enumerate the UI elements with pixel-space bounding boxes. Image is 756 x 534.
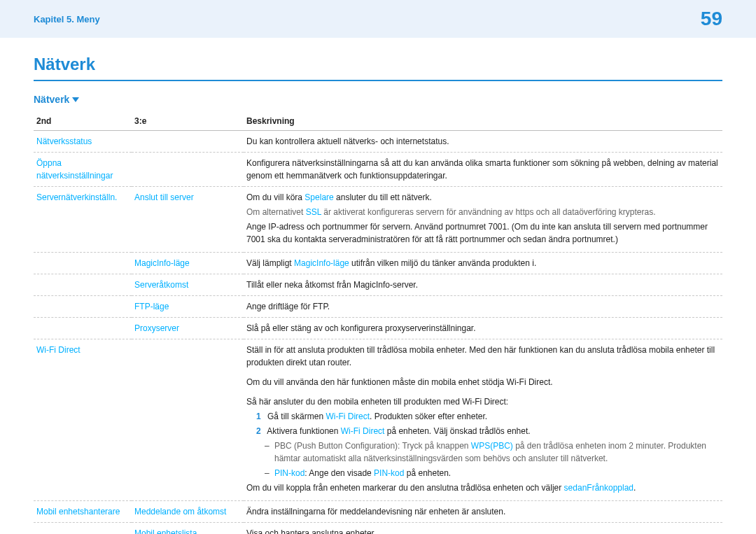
text: Om du vill köra — [246, 192, 304, 202]
sub-pin: PIN-kod: Ange den visade PIN-kod på enhe… — [256, 467, 720, 479]
cell-desc: Visa och hantera anslutna enheter. — [244, 523, 722, 535]
text-p3: Så här ansluter du den mobila enheten ti… — [246, 395, 720, 408]
text: Aktivera funktionen — [267, 426, 340, 436]
link-wifi-direct-2: Wi-Fi Direct — [341, 426, 385, 436]
text-ip: Ange IP-adress och portnummer för server… — [246, 220, 720, 246]
row-serveratkomst: Serveråtkomst Tillåt eller neka åtkomst … — [34, 274, 722, 296]
text: Om alternativet — [246, 207, 306, 217]
text: : Ange den visade — [304, 468, 374, 478]
row-mobil-enhetshanterare: Mobil enhetshanterare Meddelande om åtko… — [34, 501, 722, 523]
cell-a: Nätverksstatus — [34, 131, 132, 153]
cell-desc: Ändra inställningarna för meddelandevisn… — [244, 501, 722, 523]
step-1: Gå till skärmen Wi-Fi Direct. Produkten … — [256, 410, 720, 423]
cell-a — [34, 318, 132, 339]
text: PBC (Push Button Configuration): Tryck p… — [274, 441, 471, 451]
cell-desc: Tillåt eller neka åtkomst från MagicInfo… — [244, 274, 722, 296]
section-heading-label: Nätverk — [34, 94, 69, 105]
section-heading: Nätverk — [34, 94, 722, 105]
link-wps-pbc: WPS(PBC) — [471, 441, 513, 451]
text-p2: Om du vill använda den här funktionen må… — [246, 376, 720, 388]
row-wifi-direct: Wi-Fi Direct Ställ in för att ansluta pr… — [34, 339, 722, 501]
link-spelare: Spelare — [304, 192, 333, 202]
cell-desc: Du kan kontrollera aktuell nätverks- och… — [244, 131, 722, 153]
cell-b: Meddelande om åtkomst — [132, 501, 244, 523]
row-ftp-lage: FTP-läge Ange driftläge för FTP. — [34, 296, 722, 318]
cell-b — [132, 153, 244, 187]
cell-b — [132, 339, 244, 501]
link-wifi-direct: Wi-Fi Direct — [326, 412, 370, 421]
cell-a — [34, 523, 132, 535]
cell-a: Servernätverkinställn. — [34, 187, 132, 253]
row-natverksstatus: Nätverksstatus Du kan kontrollera aktuel… — [34, 131, 722, 153]
cell-b — [132, 131, 244, 153]
text: Gå till skärmen — [267, 412, 326, 421]
row-servernatverkinstalln: Servernätverkinställn. Anslut till serve… — [34, 187, 722, 253]
cell-b: Mobil enhetslista — [132, 523, 244, 535]
text: på enheten. Välj önskad trådlös enhet. — [384, 426, 530, 436]
text: Välj lämpligt — [246, 258, 294, 268]
link-pin-kod-2: PIN-kod — [374, 468, 404, 478]
cell-a: Öppna nätverksinställningar — [34, 153, 132, 187]
text: ansluter du till ett nätverk. — [334, 192, 432, 202]
cell-desc: Ställ in för att ansluta produkten till … — [244, 339, 722, 501]
cell-a — [34, 253, 132, 274]
page-title: Nätverk — [34, 55, 722, 81]
text: . — [634, 483, 636, 493]
cell-b: Anslut till server — [132, 187, 244, 253]
col-header-desc: Beskrivning — [244, 112, 722, 131]
settings-table: 2nd 3:e Beskrivning Nätverksstatus Du ka… — [34, 112, 722, 534]
row-oppna-natverksinstallningar: Öppna nätverksinställningar Konfigurera … — [34, 153, 722, 187]
text-p1: Ställ in för att ansluta produkten till … — [246, 344, 720, 369]
cell-b: Serveråtkomst — [132, 274, 244, 296]
row-mobil-enhetslista: Mobil enhetslista Visa och hantera anslu… — [34, 523, 722, 535]
cell-a — [34, 274, 132, 296]
cell-desc: Om du vill köra Spelare ansluter du till… — [244, 187, 722, 253]
cell-b: Proxyserver — [132, 318, 244, 339]
text: är aktiverat konfigureras servern för an… — [321, 207, 656, 217]
cell-a: Mobil enhetshanterare — [34, 501, 132, 523]
step-2: Aktivera funktionen Wi-Fi Direct på enhe… — [256, 425, 720, 437]
cell-desc: Ange driftläge för FTP. — [244, 296, 722, 318]
cell-desc: Slå på eller stäng av och konfigurera pr… — [244, 318, 722, 339]
text: . Produkten söker efter enheter. — [370, 412, 487, 421]
link-pin-kod-1: PIN-kod — [274, 468, 304, 478]
cell-a-line1: Öppna — [36, 157, 129, 169]
disconnect-line: Om du vill koppla från enheten markerar … — [246, 482, 720, 494]
col-header-3e: 3:e — [132, 112, 244, 131]
page-number: 59 — [701, 8, 722, 30]
breadcrumb: Kapitel 5. Meny — [34, 14, 100, 24]
cell-desc: Konfigurera nätverksinställningarna så a… — [244, 153, 722, 187]
cell-b: FTP-läge — [132, 296, 244, 318]
header-band: Kapitel 5. Meny 59 — [0, 0, 756, 38]
sub-pbc: PBC (Push Button Configuration): Tryck p… — [256, 440, 720, 465]
text: utifrån vilken miljö du tänker använda p… — [349, 258, 537, 268]
row-magicinfo-lage: MagicInfo-läge Välj lämpligt MagicInfo-l… — [34, 253, 722, 274]
triangle-down-icon — [72, 97, 79, 102]
link-sedan: sedan — [564, 483, 587, 493]
table-header-row: 2nd 3:e Beskrivning — [34, 112, 722, 131]
link-magicinfo-lage: MagicInfo-läge — [294, 258, 349, 268]
row-proxyserver: Proxyserver Slå på eller stäng av och ko… — [34, 318, 722, 339]
cell-a — [34, 296, 132, 318]
link-ssl: SSL — [306, 207, 321, 217]
page-content: Nätverk Nätverk 2nd 3:e Beskrivning Nätv… — [0, 38, 756, 534]
text: på enheten. — [404, 468, 451, 478]
col-header-2nd: 2nd — [34, 112, 132, 131]
text: Om du vill koppla från enheten markerar … — [246, 483, 564, 493]
cell-desc: Välj lämpligt MagicInfo-läge utifrån vil… — [244, 253, 722, 274]
cell-a-line2: nätverksinställningar — [36, 169, 129, 182]
cell-a: Wi-Fi Direct — [34, 339, 132, 501]
cell-b: MagicInfo-läge — [132, 253, 244, 274]
link-frankopplad: Frånkopplad — [587, 483, 634, 493]
